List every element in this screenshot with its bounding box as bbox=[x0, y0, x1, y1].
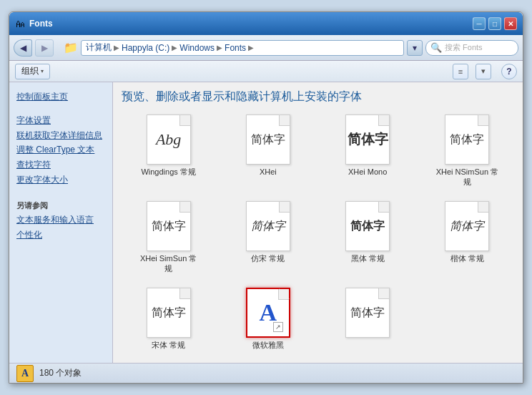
page-area: 预览、删除或者显示和隐藏计算机上安装的字体 Abg Wingdings 常规 简… bbox=[113, 82, 523, 363]
font-item-msyahei[interactable]: A ↗ 微软雅黑 bbox=[221, 285, 315, 356]
font-label-xhei-mono: XHei Mono bbox=[348, 167, 387, 177]
font-label-songti: 宋体 常规 bbox=[152, 340, 185, 350]
address-bar: ◀ ▶ 📁 计算机 ▶ Happyla (C:) ▶ Windows ▶ Fon… bbox=[9, 35, 523, 61]
close-button[interactable]: ✕ bbox=[504, 17, 517, 30]
font-item-songti[interactable]: 简体字 宋体 常规 bbox=[122, 285, 215, 356]
font-label-fangsong: 仿宋 常规 bbox=[251, 253, 285, 263]
font-preview-kaiti: 简体字 bbox=[450, 219, 484, 234]
font-icon-xhei-mono: 简体字 bbox=[345, 114, 390, 165]
status-count: 180 个对象 bbox=[39, 367, 82, 379]
search-icon: 🔍 bbox=[430, 42, 442, 53]
maximize-button[interactable]: □ bbox=[488, 17, 501, 30]
back-button[interactable]: ◀ bbox=[14, 39, 32, 57]
sidebar-link-online-info[interactable]: 联机获取字体详细信息 bbox=[16, 130, 105, 142]
main-window: 🗛 Fonts ─ □ ✕ ◀ ▶ 📁 计算机 ▶ Happyla (C:) ▶… bbox=[9, 11, 523, 384]
font-item-xhei-mono[interactable]: 简体字 XHei Mono bbox=[321, 112, 415, 192]
font-icon-heiti: 简体字 bbox=[345, 201, 390, 251]
font-label-kaiti: 楷体 常规 bbox=[450, 253, 484, 263]
font-icon-fangsong: 简体字 bbox=[246, 201, 290, 251]
font-item-heiti[interactable]: 简体字 黑体 常规 bbox=[321, 198, 415, 279]
font-preview-fangsong: 简体字 bbox=[251, 219, 285, 234]
font-label-msyahei: 微软雅黑 bbox=[252, 340, 284, 350]
search-box[interactable]: 🔍 搜索 Fonts bbox=[425, 40, 518, 56]
font-preview-extra: 简体字 bbox=[350, 306, 385, 321]
font-item-xhei-nsimsun[interactable]: 简体字 XHei NSimSun 常规 bbox=[420, 112, 514, 192]
font-item-xhei-simsun[interactable]: 简体字 XHei SimSun 常规 bbox=[122, 198, 215, 279]
font-icon-xhei: 简体字 bbox=[246, 114, 290, 165]
path-fonts[interactable]: Fonts bbox=[225, 43, 246, 53]
font-icon-xhei-nsimsun: 简体字 bbox=[445, 114, 489, 165]
sidebar-link-find-char[interactable]: 查找字符 bbox=[16, 159, 105, 171]
title-bar: 🗛 Fonts ─ □ ✕ bbox=[9, 12, 523, 35]
sidebar-link-home[interactable]: 控制面板主页 bbox=[16, 91, 105, 103]
font-preview-heiti: 简体字 bbox=[350, 219, 385, 234]
font-item-xhei[interactable]: 简体字 XHei bbox=[221, 112, 315, 192]
status-icon: A bbox=[16, 365, 34, 382]
font-label-xhei-nsimsun: XHei NSimSun 常规 bbox=[435, 167, 499, 187]
font-item-extra[interactable]: 简体字 bbox=[321, 285, 415, 356]
forward-button[interactable]: ▶ bbox=[35, 39, 54, 57]
font-preview-wingdings: Abg bbox=[156, 130, 181, 149]
sidebar-link-text-services[interactable]: 文本服务和输入语言 bbox=[16, 214, 105, 226]
font-icon-xhei-simsun: 简体字 bbox=[147, 201, 191, 251]
font-preview-xhei: 简体字 bbox=[251, 132, 285, 147]
main-content: 控制面板主页 字体设置 联机获取字体详细信息 调整 ClearType 文本 查… bbox=[9, 82, 523, 363]
sidebar-link-font-settings[interactable]: 字体设置 bbox=[16, 114, 105, 127]
font-icon-msyahei: A ↗ bbox=[246, 288, 290, 338]
minimize-button[interactable]: ─ bbox=[473, 17, 486, 30]
sidebar: 控制面板主页 字体设置 联机获取字体详细信息 调整 ClearType 文本 查… bbox=[9, 82, 113, 363]
title-bar-left: 🗛 Fonts bbox=[15, 18, 53, 29]
font-label-wingdings: Wingdings 常规 bbox=[141, 167, 195, 177]
font-preview-xhei-simsun: 简体字 bbox=[152, 219, 186, 234]
path-windows[interactable]: Windows bbox=[179, 43, 215, 53]
font-grid: Abg Wingdings 常规 简体字 XHei 简体字 XHei Mono bbox=[122, 112, 514, 356]
title-bar-controls: ─ □ ✕ bbox=[473, 17, 517, 30]
page-title: 预览、删除或者显示和隐藏计算机上安装的字体 bbox=[122, 89, 514, 104]
view-button[interactable]: ≡ bbox=[453, 64, 468, 79]
font-preview-xhei-mono: 简体字 bbox=[348, 130, 388, 149]
font-item-fangsong[interactable]: 简体字 仿宋 常规 bbox=[221, 198, 315, 279]
address-path[interactable]: 计算机 ▶ Happyla (C:) ▶ Windows ▶ Fonts ▶ bbox=[81, 40, 404, 56]
status-bar: A 180 个对象 bbox=[9, 363, 523, 383]
sidebar-link-personalize[interactable]: 个性化 bbox=[16, 229, 105, 241]
path-computer[interactable]: 计算机 bbox=[86, 42, 112, 54]
font-icon-songti: 简体字 bbox=[147, 288, 191, 338]
view-dropdown-button[interactable]: ▾ bbox=[476, 64, 491, 79]
shortcut-arrow-icon: ↗ bbox=[273, 322, 283, 332]
sidebar-link-change-size[interactable]: 更改字体大小 bbox=[16, 174, 105, 186]
sidebar-also-section: 另请参阅 bbox=[16, 200, 105, 211]
font-item-wingdings[interactable]: Abg Wingdings 常规 bbox=[122, 112, 215, 192]
font-icon-extra: 简体字 bbox=[345, 288, 390, 338]
font-label-xhei-simsun: XHei SimSun 常规 bbox=[137, 253, 201, 274]
window-title: Fonts bbox=[29, 19, 53, 29]
font-item-kaiti[interactable]: 简体字 楷体 常规 bbox=[420, 198, 514, 279]
help-button[interactable]: ? bbox=[501, 64, 517, 79]
path-dropdown-button[interactable]: ▾ bbox=[407, 40, 423, 56]
organize-button[interactable]: 组织 ▾ bbox=[15, 64, 50, 79]
path-drive[interactable]: Happyla (C:) bbox=[122, 43, 169, 53]
toolbar: 组织 ▾ ≡ ▾ ? bbox=[9, 61, 523, 82]
organize-arrow: ▾ bbox=[41, 68, 44, 74]
sidebar-link-cleartype[interactable]: 调整 ClearType 文本 bbox=[16, 144, 105, 156]
font-icon-kaiti: 简体字 bbox=[445, 201, 489, 251]
font-preview-xhei-nsimsun: 简体字 bbox=[450, 132, 484, 147]
font-icon-wingdings: Abg bbox=[147, 114, 191, 165]
font-label-heiti: 黑体 常规 bbox=[351, 253, 385, 263]
organize-label: 组织 bbox=[21, 65, 39, 77]
search-placeholder: 搜索 Fonts bbox=[445, 42, 483, 53]
font-label-xhei: XHei bbox=[260, 167, 277, 177]
font-preview-songti: 简体字 bbox=[152, 306, 186, 321]
